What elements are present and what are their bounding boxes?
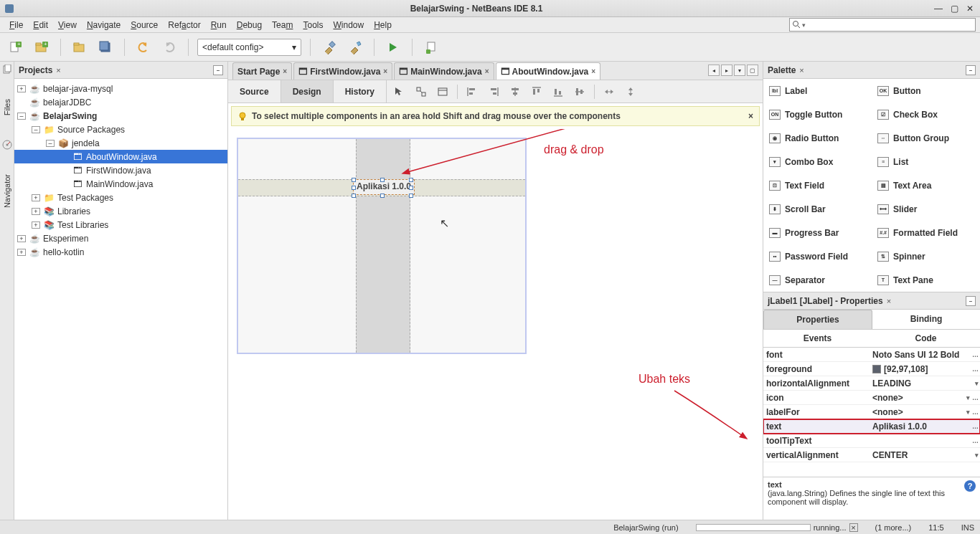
tab-list-button[interactable]: ▾ bbox=[734, 65, 745, 76]
tab-maximize-button[interactable]: ▢ bbox=[747, 65, 758, 76]
close-icon[interactable]: × bbox=[383, 67, 387, 75]
menu-run[interactable]: Run bbox=[206, 19, 232, 32]
selection-mode-icon[interactable] bbox=[392, 85, 407, 99]
tab-scroll-right[interactable]: ▸ bbox=[721, 65, 732, 76]
dropdown-icon[interactable]: ▾ bbox=[975, 452, 979, 459]
maximize-button[interactable]: ▢ bbox=[948, 3, 960, 14]
palette-item-progress[interactable]: ▬Progress Bar bbox=[763, 221, 872, 244]
palette-item-separator[interactable]: —Separator bbox=[763, 268, 872, 292]
tree-row-libraries[interactable]: +📚Libraries bbox=[14, 204, 227, 218]
tree-row-jendela[interactable]: –📦jendela bbox=[14, 136, 227, 150]
close-icon[interactable]: × bbox=[283, 67, 287, 75]
tree-row-hello-kotlin[interactable]: +☕hello-kotlin bbox=[14, 245, 227, 259]
tree-row-source-packages[interactable]: –📁Source Packages bbox=[14, 123, 227, 136]
tip-close-icon[interactable]: × bbox=[748, 111, 753, 121]
menu-debug[interactable]: Debug bbox=[232, 19, 267, 32]
close-icon[interactable]: × bbox=[485, 67, 489, 75]
cancel-icon[interactable]: × bbox=[849, 523, 858, 532]
menu-source[interactable]: Source bbox=[126, 19, 163, 32]
tab-properties[interactable]: Properties bbox=[763, 310, 872, 329]
tree-row-belajarjdbc[interactable]: ☕belajarJDBC bbox=[14, 95, 227, 109]
menu-refactor[interactable]: Refactor bbox=[163, 19, 205, 32]
palette-item-toggle[interactable]: ONToggle Button bbox=[763, 102, 872, 126]
tree-row-test-libraries[interactable]: +📚Test Libraries bbox=[14, 218, 227, 232]
panel-close-icon[interactable]: × bbox=[887, 297, 891, 305]
palette-item-textarea[interactable]: ▤Text Area bbox=[872, 173, 980, 197]
clean-build-button[interactable] bbox=[345, 37, 365, 57]
design-canvas[interactable]: Aplikasi 1.0.0 ↖ drag & drop bbox=[228, 129, 763, 520]
panel-collapse-icon[interactable]: – bbox=[966, 65, 976, 75]
resize-handle[interactable] bbox=[409, 178, 413, 182]
prop-grid[interactable]: fontNoto Sans UI 12 Bold… foreground[92,… bbox=[763, 348, 980, 477]
resize-handle[interactable] bbox=[380, 178, 385, 182]
dock-files-icon[interactable] bbox=[2, 65, 12, 75]
resize-handle[interactable] bbox=[380, 194, 385, 198]
tab-firstwindow[interactable]: 🗔FirstWindow.java× bbox=[293, 62, 392, 80]
new-project-button[interactable]: + bbox=[32, 37, 52, 57]
open-project-button[interactable] bbox=[70, 37, 90, 57]
palette-body[interactable]: lblLabelOKButton ONToggle Button☑Check B… bbox=[763, 79, 980, 292]
ellipsis-button[interactable]: … bbox=[972, 366, 979, 373]
palette-item-button[interactable]: OKButton bbox=[872, 79, 980, 102]
tab-scroll-left[interactable]: ◂ bbox=[708, 65, 720, 76]
status-more[interactable]: (1 more...) bbox=[875, 523, 912, 532]
dropdown-icon[interactable]: ▾ … bbox=[966, 394, 979, 401]
form-designer[interactable]: Aplikasi 1.0.0 bbox=[237, 138, 527, 354]
resize-handle[interactable] bbox=[352, 194, 356, 198]
resize-handle[interactable] bbox=[409, 186, 413, 190]
panel-collapse-icon[interactable]: – bbox=[213, 65, 223, 75]
tree-row-firstwindow[interactable]: 🗔FirstWindow.java bbox=[14, 163, 227, 177]
undo-button[interactable] bbox=[133, 37, 154, 57]
tab-start-page[interactable]: Start Page× bbox=[232, 62, 292, 80]
palette-item-list[interactable]: ≡List bbox=[872, 150, 980, 173]
tab-aboutwindow[interactable]: 🗔AboutWindow.java× bbox=[496, 62, 601, 80]
projects-tree[interactable]: +☕belajar-java-mysql ☕belajarJDBC –☕Bela… bbox=[14, 79, 227, 520]
resize-handle[interactable] bbox=[352, 178, 356, 182]
palette-item-textpane[interactable]: TText Pane bbox=[872, 268, 980, 292]
align-top-icon[interactable] bbox=[529, 85, 544, 99]
dropdown-icon[interactable]: ▾ … bbox=[966, 409, 979, 416]
prop-row-labelfor[interactable]: labelFor<none>▾ … bbox=[763, 405, 980, 419]
palette-item-combobox[interactable]: ▾Combo Box bbox=[763, 150, 872, 173]
menu-tools[interactable]: Tools bbox=[298, 19, 328, 32]
menu-edit[interactable]: Edit bbox=[28, 19, 53, 32]
resize-h-icon[interactable] bbox=[602, 85, 616, 99]
align-right-icon[interactable] bbox=[486, 85, 501, 99]
ellipsis-button[interactable]: … bbox=[972, 423, 979, 430]
preview-icon[interactable] bbox=[435, 85, 450, 99]
palette-item-formatted[interactable]: #.#Formatted Field bbox=[872, 221, 980, 244]
close-button[interactable]: ✕ bbox=[964, 3, 976, 14]
tab-binding[interactable]: Binding bbox=[872, 310, 980, 329]
status-insert-mode[interactable]: INS bbox=[961, 523, 974, 532]
tree-row-mainwindow[interactable]: 🗔MainWindow.java bbox=[14, 177, 227, 191]
palette-item-textfield[interactable]: ⊡Text Field bbox=[763, 173, 872, 197]
resize-v-icon[interactable] bbox=[623, 85, 638, 99]
palette-item-radio[interactable]: ◉Radio Button bbox=[763, 126, 872, 150]
connection-mode-icon[interactable] bbox=[414, 85, 428, 99]
tree-row-belajar-java-mysql[interactable]: +☕belajar-java-mysql bbox=[14, 82, 227, 95]
menu-team[interactable]: Team bbox=[267, 19, 298, 32]
menu-file[interactable]: File bbox=[4, 19, 28, 32]
palette-item-scrollbar[interactable]: ⬍Scroll Bar bbox=[763, 197, 872, 221]
build-button[interactable] bbox=[319, 37, 339, 57]
menu-window[interactable]: Window bbox=[328, 19, 369, 32]
align-bottom-icon[interactable] bbox=[551, 85, 565, 99]
palette-item-password[interactable]: ••Password Field bbox=[763, 244, 872, 268]
align-left-icon[interactable] bbox=[465, 85, 479, 99]
palette-item-slider[interactable]: ⟷Slider bbox=[872, 197, 980, 221]
menu-help[interactable]: Help bbox=[369, 19, 397, 32]
config-select[interactable]: <default config> ▾ bbox=[197, 39, 301, 56]
prop-row-tooltip[interactable]: toolTipText… bbox=[763, 434, 980, 448]
palette-item-checkbox[interactable]: ☑Check Box bbox=[872, 102, 980, 126]
ellipsis-button[interactable]: … bbox=[972, 351, 979, 358]
new-file-button[interactable]: + bbox=[6, 37, 26, 57]
palette-item-spinner[interactable]: ⇅Spinner bbox=[872, 244, 980, 268]
dock-tab-files[interactable]: Files bbox=[1, 96, 13, 118]
menu-view[interactable]: View bbox=[53, 19, 82, 32]
align-vcenter-icon[interactable] bbox=[573, 85, 587, 99]
tree-row-test-packages[interactable]: +📁Test Packages bbox=[14, 191, 227, 204]
resize-handle[interactable] bbox=[409, 194, 413, 198]
ellipsis-button[interactable]: … bbox=[972, 437, 979, 444]
panel-close-icon[interactable]: × bbox=[799, 66, 804, 75]
minimize-button[interactable]: — bbox=[933, 3, 944, 14]
